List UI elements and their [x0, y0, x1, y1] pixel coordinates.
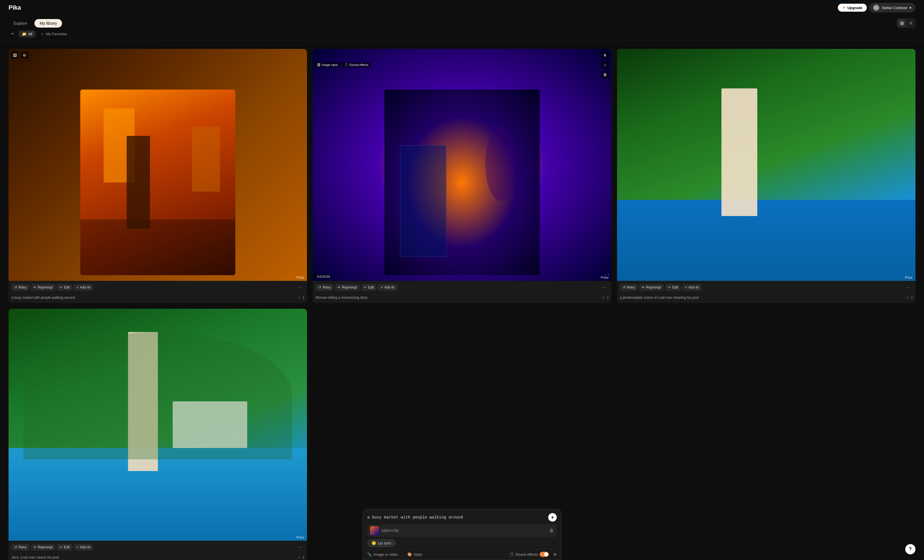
- share-button-1[interactable]: ↗: [297, 295, 300, 300]
- list-view-button[interactable]: ≡: [907, 19, 914, 27]
- expand-button-2[interactable]: ⛶: [605, 274, 609, 279]
- sound-icon: 🎵: [344, 63, 348, 67]
- attached-size-label: 1024×1792: [381, 529, 399, 533]
- card-2-top-right: ⬇ ☆ 🗑: [601, 51, 609, 78]
- upgrade-label: Upgrade: [848, 6, 862, 10]
- nav-tabs: Explore My library: [9, 19, 62, 28]
- sub-nav-all[interactable]: 📁 All: [18, 30, 36, 37]
- retry-button-3[interactable]: ↺ Retry: [620, 284, 638, 291]
- tab-my-library[interactable]: My library: [34, 19, 62, 28]
- folder-icon: 📁: [22, 32, 27, 36]
- card-1-top-bar: 🖼 ⚙: [11, 51, 304, 59]
- sound-effects-icon: 🎵: [509, 553, 514, 557]
- logo: Pika: [9, 4, 21, 11]
- reprompt-button-4[interactable]: ✏ Reprompt: [31, 544, 56, 551]
- add4s-button-1[interactable]: + Add 4s: [74, 284, 93, 291]
- video-card-1: 🖼 ⚙ Pika ↺ Retry: [9, 49, 307, 303]
- sound-effects-row: 🎵 Sound effects: [509, 552, 549, 557]
- reprompt-button-3[interactable]: ✏ Reprompt: [639, 284, 664, 291]
- prompt-row: +: [367, 513, 557, 522]
- sound-effects-toggle[interactable]: [540, 552, 549, 557]
- lipsync-icon: 😶: [372, 541, 376, 545]
- help-button[interactable]: ?: [905, 544, 915, 554]
- style-button[interactable]: 🎨 Style: [407, 553, 422, 557]
- video-timestamp: 0:01/0:03: [315, 275, 332, 279]
- retry-icon-1: ↺: [14, 285, 17, 289]
- reprompt-icon-3: ✏: [642, 285, 645, 289]
- delete-button-2[interactable]: 🗑: [601, 70, 609, 78]
- reprompt-button-2[interactable]: ✏ Reprompt: [335, 284, 360, 291]
- video-card-3: Pika ↺ Retry ✏ Reprompt ✂ Edit + Add 4s: [617, 49, 915, 303]
- share-button-4[interactable]: ↗: [297, 555, 300, 560]
- image-input-badge: 🖼 Image input: [315, 62, 340, 67]
- nav-tabs-row: Explore My library ⊞ ≡: [0, 15, 924, 30]
- card-1-options-icon[interactable]: ⚙: [21, 51, 28, 59]
- attached-image-row: 1024×1792 🗑: [367, 524, 557, 537]
- header-right: ✦ Upgrade SC Stefan Coetzee ▾: [838, 3, 915, 12]
- video-card-2: 🖼 Image input 🎵 Sound effects ⬇ ☆ 🗑: [313, 49, 611, 303]
- edit-button-2[interactable]: ✂ Edit: [361, 284, 377, 291]
- more-button-4[interactable]: ⋯: [295, 543, 304, 551]
- retry-button-2[interactable]: ↺ Retry: [315, 284, 334, 291]
- style-icon: 🎨: [407, 553, 412, 557]
- add4s-icon-1: +: [76, 285, 78, 289]
- add4s-icon-2: +: [381, 285, 382, 289]
- style-label: Style: [414, 553, 422, 557]
- paperclip-icon: 📎: [367, 553, 372, 557]
- video-thumb-1: 🖼 ⚙ Pika: [9, 49, 307, 281]
- add4s-icon-3: +: [685, 285, 687, 289]
- star-icon: ☆: [40, 32, 44, 36]
- card-3-desc-icons: ↗ ℹ: [906, 295, 913, 300]
- attached-delete-button[interactable]: 🗑: [549, 528, 554, 533]
- retry-icon-2: ↺: [318, 285, 321, 289]
- header-left: Pika: [9, 4, 21, 11]
- share-button-3[interactable]: ↗: [906, 295, 909, 300]
- video-card-4: Pika ↺ Retry ✏ Reprompt ✂ Edit + Add 4s: [9, 309, 307, 560]
- video-thumb-2: 🖼 Image input 🎵 Sound effects ⬇ ☆ 🗑: [313, 49, 611, 281]
- image-or-video-button[interactable]: 📎 Image or video: [367, 553, 398, 557]
- card-2-top-bar: 🖼 Image input 🎵 Sound effects ⬇ ☆ 🗑: [315, 51, 609, 78]
- card-1-desc: a busy market with people walking around…: [9, 293, 307, 303]
- info-button-3[interactable]: ℹ: [911, 295, 913, 300]
- retry-button-1[interactable]: ↺ Retry: [11, 284, 30, 291]
- card-2-desc: Woman telling a mesmirizing story ↗ ℹ: [313, 293, 611, 303]
- lipsync-button[interactable]: 😶 Lip sync: [367, 539, 396, 547]
- edit-button-3[interactable]: ✂ Edit: [665, 284, 681, 291]
- video-thumb-3: Pika: [617, 49, 915, 281]
- grid-view-button[interactable]: ⊞: [898, 19, 906, 27]
- add4s-button-2[interactable]: + Add 4s: [378, 284, 398, 291]
- edit-icon-button[interactable]: ✏: [9, 30, 17, 38]
- info-button-1[interactable]: ℹ: [303, 295, 304, 300]
- edit-button-4[interactable]: ✂ Edit: [57, 544, 72, 551]
- download-button-2[interactable]: ⬇: [601, 51, 609, 59]
- settings-button[interactable]: ⚙: [554, 553, 557, 557]
- prompt-add-button[interactable]: +: [548, 513, 557, 522]
- user-menu-button[interactable]: SC Stefan Coetzee ▾: [869, 3, 915, 12]
- favorite-button-2[interactable]: ☆: [601, 61, 609, 69]
- chevron-down-icon: ▾: [909, 6, 912, 10]
- pika-watermark-1: Pika: [297, 276, 304, 279]
- add4s-button-4[interactable]: + Add 4s: [74, 544, 93, 551]
- prompt-input[interactable]: [367, 515, 545, 520]
- more-button-2[interactable]: ⋯: [599, 283, 609, 291]
- info-button-4[interactable]: ℹ: [303, 555, 304, 560]
- more-button-1[interactable]: ⋯: [295, 283, 304, 291]
- retry-button-4[interactable]: ↺ Retry: [11, 544, 30, 551]
- favorites-label: My Favorites: [46, 32, 67, 36]
- reprompt-button-1[interactable]: ✏ Reprompt: [31, 284, 56, 291]
- sub-nav-favorites[interactable]: ☆ My Favorites: [37, 30, 70, 37]
- upgrade-button[interactable]: ✦ Upgrade: [838, 4, 867, 12]
- view-toggle: ⊞ ≡: [897, 18, 915, 28]
- card-1-image-icon[interactable]: 🖼: [11, 51, 19, 59]
- add4s-button-3[interactable]: + Add 4s: [682, 284, 702, 291]
- edit-icon-4: ✂: [60, 545, 62, 549]
- card-1-description: a busy market with people walking around: [11, 295, 297, 300]
- more-button-3[interactable]: ⋯: [903, 283, 913, 291]
- card-4-desc: Jaco, a tall man cleans his pool ↗ ℹ: [9, 554, 307, 560]
- share-button-2[interactable]: ↗: [602, 295, 605, 300]
- card-1-desc-icons: ↗ ℹ: [297, 295, 304, 300]
- tab-explore[interactable]: Explore: [9, 19, 32, 28]
- retry-icon-3: ↺: [623, 285, 626, 289]
- info-button-2[interactable]: ℹ: [607, 295, 609, 300]
- edit-button-1[interactable]: ✂ Edit: [57, 284, 72, 291]
